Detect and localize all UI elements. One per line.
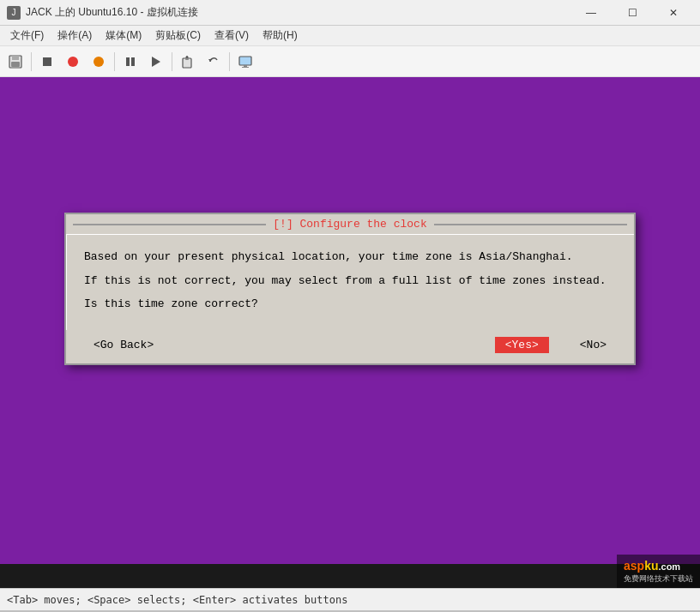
no-button[interactable]: <No>	[570, 337, 617, 353]
svg-rect-13	[244, 65, 247, 67]
watermark-ku: ku	[644, 559, 658, 573]
dialog-right-buttons: <Yes> <No>	[495, 337, 617, 353]
menu-clipboard[interactable]: 剪贴板(C)	[148, 26, 208, 46]
dialog-content: Based on your present physical location,…	[66, 234, 634, 330]
dialog-buttons: <Go Back> <Yes> <No>	[66, 330, 634, 363]
menubar: 文件(F) 操作(A) 媒体(M) 剪贴板(C) 查看(V) 帮助(H)	[0, 26, 700, 46]
vm-display[interactable]: [!] Configure the clock Based on your pr…	[0, 77, 700, 588]
svg-rect-11	[186, 56, 188, 58]
toolbar-sep-1	[31, 52, 32, 71]
watermark-sub: 免费网络技术下载站	[624, 573, 693, 585]
statusbar: <Tab> moves; <Space> selects; <Enter> ac…	[0, 588, 700, 610]
window-controls: — ☐ ✕	[571, 0, 693, 26]
menu-media[interactable]: 媒体(M)	[99, 26, 148, 46]
svg-marker-8	[152, 57, 160, 67]
watermark-com: .com	[658, 561, 680, 572]
svg-rect-6	[126, 57, 130, 66]
maximize-button[interactable]: ☐	[612, 0, 652, 26]
toolbar-pause[interactable]	[118, 50, 142, 74]
close-button[interactable]: ✕	[654, 0, 693, 26]
toolbar-clipboard[interactable]	[176, 50, 200, 74]
watermark-text: aspku.com	[624, 559, 680, 573]
window-title: JACK 上的 Ubuntu16.10 - 虚拟机连接	[26, 5, 571, 20]
toolbar-sep-2	[114, 52, 115, 71]
toolbar	[0, 46, 700, 77]
yes-button[interactable]: <Yes>	[495, 337, 549, 353]
svg-rect-12	[239, 57, 251, 65]
toolbar-red[interactable]	[61, 50, 85, 74]
svg-point-5	[94, 57, 104, 67]
title-line-left	[73, 224, 266, 225]
dialog-titlebar: [!] Configure the clock	[66, 214, 634, 234]
svg-rect-1	[12, 56, 19, 60]
svg-rect-7	[131, 57, 135, 66]
terminal-bottom-bar	[0, 564, 700, 588]
titlebar: J JACK 上的 Ubuntu16.10 - 虚拟机连接 — ☐ ✕	[0, 0, 700, 26]
menu-view[interactable]: 查看(V)	[208, 26, 256, 46]
watermark-asp: asp	[624, 559, 644, 573]
toolbar-sep-4	[229, 52, 230, 71]
toolbar-save[interactable]	[3, 50, 27, 74]
configure-clock-dialog: [!] Configure the clock Based on your pr…	[64, 213, 636, 365]
toolbar-play[interactable]	[144, 50, 168, 74]
menu-file[interactable]: 文件(F)	[3, 26, 51, 46]
title-line-right	[434, 224, 627, 225]
menu-help[interactable]: 帮助(H)	[256, 26, 305, 46]
toolbar-sep-3	[172, 52, 172, 71]
toolbar-stop[interactable]	[35, 50, 59, 74]
watermark: aspku.com 免费网络技术下载站	[617, 555, 700, 588]
svg-rect-14	[242, 67, 249, 68]
dialog-line3: Is this time zone correct?	[84, 296, 617, 313]
menu-action[interactable]: 操作(A)	[51, 26, 99, 46]
svg-rect-2	[11, 62, 20, 67]
go-back-button[interactable]: <Go Back>	[83, 337, 164, 353]
status-hint: <Tab> moves; <Space> selects; <Enter> ac…	[7, 594, 693, 606]
svg-rect-3	[43, 57, 51, 66]
dialog-line2: If this is not correct, you may select f…	[84, 273, 617, 290]
svg-point-4	[68, 57, 78, 67]
toolbar-monitor[interactable]	[233, 50, 257, 74]
app-icon: J	[7, 6, 21, 20]
toolbar-undo[interactable]	[202, 50, 226, 74]
dialog-line1: Based on your present physical location,…	[84, 249, 617, 266]
toolbar-orange[interactable]	[87, 50, 111, 74]
minimize-button[interactable]: —	[571, 0, 611, 26]
dialog-title: [!] Configure the clock	[266, 218, 433, 231]
